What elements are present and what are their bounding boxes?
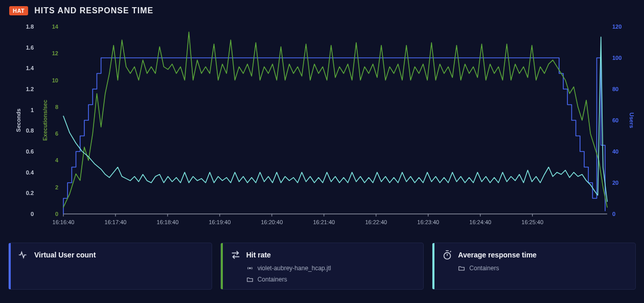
svg-text:12: 12: [52, 50, 58, 56]
svg-text:6: 6: [55, 131, 58, 137]
card-sub: violet-aubrey-hane_hcap.jtl: [230, 265, 417, 272]
stopwatch-icon: [442, 249, 453, 261]
card-sub-label: Containers: [469, 265, 499, 272]
svg-text:2: 2: [55, 184, 58, 190]
svg-text:16:19:40: 16:19:40: [209, 219, 231, 225]
svg-text:0: 0: [612, 211, 615, 217]
svg-text:16:24:40: 16:24:40: [469, 219, 491, 225]
svg-text:0.6: 0.6: [26, 148, 34, 155]
svg-text:14: 14: [52, 24, 59, 30]
svg-text:20: 20: [612, 180, 618, 186]
card-sub-label: Containers: [258, 276, 287, 283]
card-body: Virtual User count: [11, 243, 212, 289]
chart: 00.20.40.60.811.21.41.61.802468101214020…: [8, 20, 636, 235]
folder-icon: [458, 265, 465, 272]
svg-text:4: 4: [55, 157, 59, 163]
card-head: Virtual User count: [18, 249, 204, 261]
svg-text:40: 40: [612, 148, 618, 155]
svg-text:16:16:40: 16:16:40: [53, 219, 75, 225]
card-title: Average response time: [458, 251, 537, 259]
arrows-icon: [230, 249, 241, 261]
svg-text:16:18:40: 16:18:40: [157, 219, 179, 225]
radio-icon: [246, 265, 254, 272]
card-body: Average response timeContainers: [434, 243, 635, 289]
svg-text:16:21:40: 16:21:40: [313, 219, 335, 225]
svg-text:Seconds: Seconds: [15, 109, 21, 132]
hat-badge: HAT: [9, 6, 28, 15]
svg-text:16:17:40: 16:17:40: [105, 219, 127, 225]
card-sub-label: violet-aubrey-hane_hcap.jtl: [258, 265, 331, 272]
card-head: Hit rate: [230, 249, 417, 261]
svg-point-49: [249, 268, 250, 269]
svg-text:16:23:40: 16:23:40: [417, 219, 439, 225]
svg-text:80: 80: [612, 86, 618, 92]
legend-card[interactable]: Average response timeContainers: [432, 243, 636, 290]
folder-icon: [246, 276, 254, 283]
legend-card[interactable]: Virtual User count: [8, 243, 212, 290]
chart-svg: 00.20.40.60.811.21.41.61.802468101214020…: [8, 20, 636, 235]
svg-text:1: 1: [31, 107, 34, 113]
pulse-icon: [18, 249, 29, 261]
legend-card[interactable]: Hit rateviolet-aubrey-hane_hcap.jtlConta…: [220, 243, 424, 290]
svg-text:Executions/sec: Executions/sec: [42, 100, 48, 141]
panel-title: HITS AND RESPONSE TIME: [34, 6, 153, 15]
svg-text:8: 8: [55, 104, 58, 110]
svg-text:16:25:40: 16:25:40: [521, 219, 543, 225]
svg-text:1.6: 1.6: [26, 45, 34, 51]
svg-text:10: 10: [52, 77, 58, 83]
svg-text:60: 60: [612, 117, 618, 123]
svg-text:0.2: 0.2: [26, 190, 34, 196]
svg-text:1.2: 1.2: [26, 86, 34, 92]
svg-text:120: 120: [612, 24, 622, 30]
hits-response-panel: HAT HITS AND RESPONSE TIME 00.20.40.60.8…: [0, 0, 644, 298]
svg-text:Users: Users: [629, 113, 635, 128]
card-body: Hit rateviolet-aubrey-hane_hcap.jtlConta…: [223, 243, 424, 289]
panel-header: HAT HITS AND RESPONSE TIME: [8, 6, 636, 15]
legend-cards: Virtual User countHit rateviolet-aubrey-…: [8, 243, 636, 290]
svg-text:16:22:40: 16:22:40: [365, 219, 387, 225]
svg-text:1.8: 1.8: [26, 24, 34, 30]
card-head: Average response time: [442, 249, 628, 261]
card-title: Virtual User count: [34, 251, 96, 259]
card-sub: Containers: [230, 276, 417, 283]
svg-text:16:20:40: 16:20:40: [261, 219, 283, 225]
svg-text:0: 0: [31, 211, 34, 217]
card-title: Hit rate: [246, 251, 271, 259]
card-sub: Containers: [442, 265, 628, 272]
svg-text:0.4: 0.4: [26, 169, 34, 176]
svg-text:1.4: 1.4: [26, 65, 34, 71]
svg-text:100: 100: [612, 55, 622, 61]
svg-text:0: 0: [55, 211, 58, 217]
svg-text:0.8: 0.8: [26, 127, 34, 134]
